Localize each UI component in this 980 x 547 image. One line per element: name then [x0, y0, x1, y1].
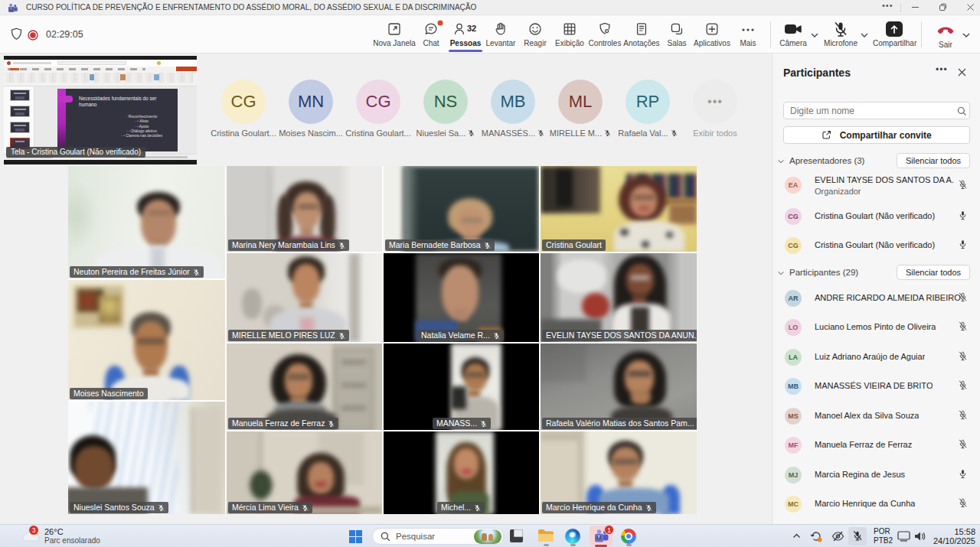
- svg-text:T: T: [598, 535, 600, 539]
- svg-text:32: 32: [467, 24, 476, 33]
